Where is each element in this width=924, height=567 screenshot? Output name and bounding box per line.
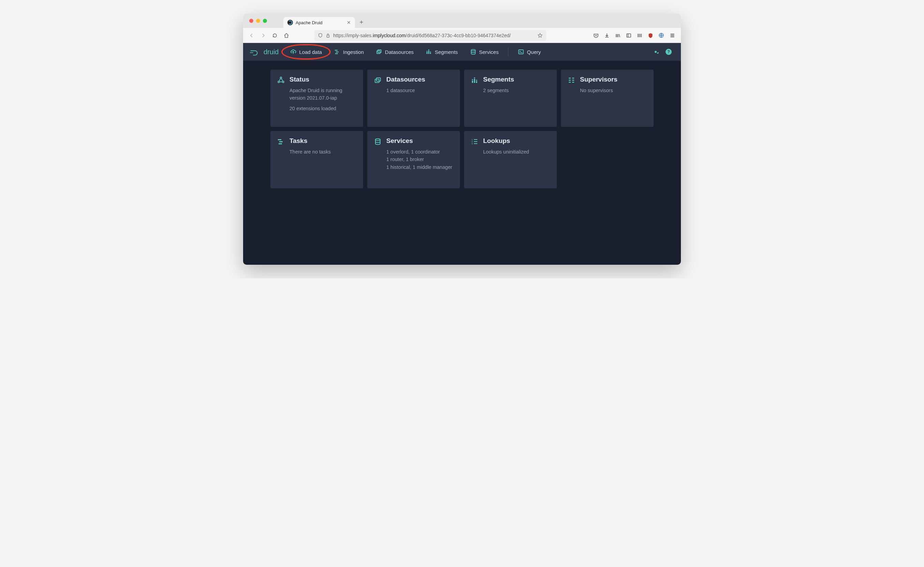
card-line: 20 extensions loaded — [290, 105, 356, 112]
numbered-list-icon: 123 — [471, 138, 478, 182]
graph-icon — [277, 77, 285, 120]
sidebar-toggle-icon[interactable] — [624, 30, 634, 41]
card-line: 1 overlord, 1 coordinator — [386, 148, 453, 156]
nav-segments[interactable]: Segments — [421, 46, 463, 58]
dashboard-cards: Status Apache Druid is running version 2… — [243, 61, 681, 197]
card-title: Status — [290, 76, 356, 83]
help-icon[interactable]: ? — [663, 47, 674, 57]
card-tasks[interactable]: Tasks There are no tasks — [270, 131, 363, 188]
card-status[interactable]: Status Apache Druid is running version 2… — [270, 69, 363, 127]
svg-rect-12 — [428, 50, 429, 50]
upload-cloud-icon — [290, 49, 296, 55]
nav-load-data[interactable]: Load data — [285, 46, 327, 58]
svg-rect-9 — [428, 51, 429, 54]
nav-home-button[interactable] — [281, 30, 291, 41]
stacked-chart-icon — [426, 49, 432, 55]
druid-logo[interactable]: druid — [250, 48, 279, 56]
stacked-chart-icon — [471, 77, 478, 120]
account-globe-icon[interactable] — [656, 30, 667, 41]
svg-rect-24 — [474, 79, 475, 83]
svg-rect-1 — [627, 34, 631, 37]
card-line: Apache Druid is running version 2021.07.… — [290, 87, 356, 102]
pocket-icon[interactable] — [591, 30, 601, 41]
card-segments[interactable]: Segments 2 segments — [464, 69, 557, 127]
card-title: Supervisors — [580, 76, 647, 83]
adblock-shield-icon[interactable] — [645, 30, 656, 41]
nav-label: Services — [479, 49, 499, 55]
svg-rect-25 — [476, 81, 477, 83]
card-lookups[interactable]: 123 Lookups Lookups uninitialized — [464, 131, 557, 188]
database-icon — [470, 49, 476, 55]
browser-toolbar: https://imply-sales.implycloud.com/druid… — [243, 28, 681, 43]
svg-rect-15 — [519, 50, 524, 54]
library-icon[interactable] — [613, 30, 623, 41]
svg-rect-29 — [278, 139, 281, 140]
nav-label: Segments — [435, 49, 458, 55]
window-close-button[interactable] — [249, 19, 254, 23]
card-line: 1 router, 1 broker — [386, 156, 453, 163]
card-supervisors[interactable]: Supervisors No supervisors — [561, 69, 654, 127]
tab-title: Apache Druid — [296, 20, 322, 25]
svg-rect-8 — [426, 52, 428, 54]
card-services[interactable]: Services 1 overlord, 1 coordinator 1 rou… — [367, 131, 460, 188]
card-line: No supervisors — [580, 87, 647, 94]
card-title: Tasks — [290, 137, 356, 144]
nav-back-button[interactable] — [246, 30, 257, 41]
nav-services[interactable]: Services — [465, 46, 504, 58]
svg-rect-4 — [336, 51, 339, 53]
shield-outline-icon — [318, 33, 323, 38]
nav-forward-button[interactable] — [258, 30, 268, 41]
browser-tab-bar: Apache Druid ✕ ＋ — [243, 14, 681, 28]
bookmark-star-icon[interactable] — [537, 33, 543, 38]
card-datasources[interactable]: Datasources 1 datasource — [367, 69, 460, 127]
url-text: https://imply-sales.implycloud.com/druid… — [333, 33, 535, 38]
svg-rect-31 — [279, 143, 282, 144]
hamburger-menu-icon[interactable] — [667, 30, 678, 41]
list-columns-icon — [568, 77, 575, 120]
address-bar[interactable]: https://imply-sales.implycloud.com/druid… — [314, 30, 546, 41]
nav-label: Load data — [299, 49, 322, 55]
svg-rect-5 — [335, 53, 338, 54]
card-title: Segments — [483, 76, 550, 83]
gantt-icon — [277, 138, 285, 182]
svg-point-32 — [375, 138, 380, 140]
tab-favicon — [287, 20, 293, 25]
nav-reload-button[interactable] — [270, 30, 280, 41]
app-nav: druid Load data Ingestion Datasourc — [243, 43, 681, 61]
window-maximize-button[interactable] — [263, 19, 267, 23]
svg-rect-28 — [476, 80, 477, 81]
svg-rect-13 — [430, 51, 431, 52]
downloads-icon[interactable] — [602, 30, 612, 41]
svg-rect-26 — [472, 79, 473, 80]
svg-point-19 — [278, 81, 279, 83]
card-title: Services — [386, 137, 453, 144]
database-icon — [374, 138, 381, 182]
lock-icon — [326, 33, 330, 38]
new-tab-button[interactable]: ＋ — [355, 16, 368, 28]
nav-ingestion[interactable]: Ingestion — [329, 46, 369, 58]
nav-query[interactable]: Query — [513, 46, 546, 58]
browser-tab[interactable]: Apache Druid ✕ — [284, 17, 355, 28]
card-title: Datasources — [386, 76, 453, 83]
svg-point-14 — [471, 50, 475, 51]
nav-label: Ingestion — [343, 49, 364, 55]
nav-datasources[interactable]: Datasources — [371, 46, 418, 58]
window-controls — [246, 14, 270, 28]
window-minimize-button[interactable] — [256, 19, 260, 23]
nav-divider — [508, 47, 508, 56]
browser-toolbar-icons — [591, 30, 678, 41]
svg-rect-27 — [474, 77, 475, 78]
extension-grid-icon[interactable] — [634, 30, 645, 41]
card-line: Lookups uninitialized — [483, 148, 550, 156]
tab-close-button[interactable]: ✕ — [347, 20, 351, 25]
card-line: 1 historical, 1 middle manager — [386, 163, 453, 171]
svg-point-20 — [282, 81, 284, 83]
card-title: Lookups — [483, 137, 550, 144]
svg-text:?: ? — [667, 50, 670, 54]
card-line: 1 datasource — [386, 87, 453, 94]
nav-label: Datasources — [385, 49, 414, 55]
settings-gear-icon[interactable] — [650, 47, 661, 57]
brand-name: druid — [264, 48, 279, 56]
svg-rect-6 — [377, 51, 380, 54]
card-line: There are no tasks — [290, 148, 356, 156]
